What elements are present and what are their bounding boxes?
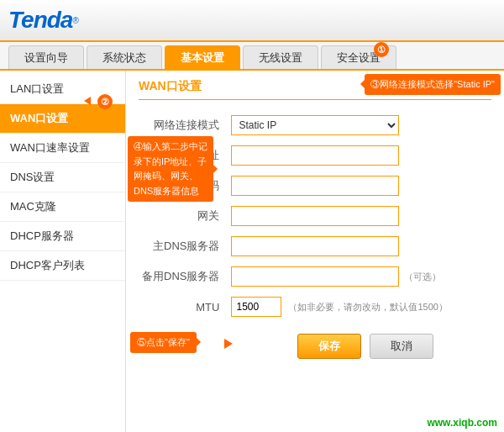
- mtu-input[interactable]: 1500: [231, 297, 281, 317]
- sidebar: LAN口设置 WAN口设置 WAN口速率设置 DNS设置 MAC克隆 DHCP服…: [0, 71, 126, 432]
- subnet-field: [223, 171, 491, 201]
- mtu-field: 1500 （如非必要，请勿改动，默认值1500）: [223, 292, 491, 322]
- mtu-hint: （如非必要，请勿改动，默认值1500）: [288, 301, 447, 313]
- annotation-5-arrow: [224, 339, 233, 349]
- primary-dns-row: 主DNS服务器: [139, 231, 491, 261]
- backup-dns-hint: （可选）: [404, 271, 441, 283]
- sidebar-item-mac[interactable]: MAC克隆: [0, 192, 125, 222]
- gateway-input[interactable]: [231, 206, 399, 226]
- tab-setup-wizard[interactable]: 设置向导: [8, 45, 84, 69]
- main-layout: LAN口设置 WAN口设置 WAN口速率设置 DNS设置 MAC克隆 DHCP服…: [0, 71, 504, 432]
- mtu-label: MTU: [139, 292, 223, 322]
- primary-dns-input[interactable]: [231, 236, 399, 256]
- annotation-2-circle: ②: [97, 94, 113, 109]
- content-area: WAN口设置 ③网络连接模式选择"Static IP" ④输入第二步中记录下的I…: [126, 71, 504, 432]
- button-row: ⑤点击"保存" 保存 取消: [139, 334, 491, 359]
- subnet-input[interactable]: [231, 176, 399, 196]
- sidebar-item-dhcp-client[interactable]: DHCP客户列表: [0, 251, 125, 281]
- primary-dns-label: 主DNS服务器: [139, 231, 223, 261]
- logo: Tenda®: [8, 5, 79, 35]
- backup-dns-field: （可选）: [223, 261, 491, 292]
- logo-tm: ®: [72, 16, 78, 25]
- watermark: www.xiqb.com: [427, 417, 497, 429]
- primary-dns-field: [223, 231, 491, 261]
- backup-dns-input[interactable]: [231, 266, 399, 287]
- annotation-3-callout: ③网络连接模式选择"Static IP": [365, 74, 501, 95]
- save-button[interactable]: 保存: [297, 334, 361, 359]
- annotation-2-arrow: [84, 97, 91, 105]
- sidebar-item-dns[interactable]: DNS设置: [0, 163, 125, 192]
- tab-system-status[interactable]: 系统状态: [87, 45, 162, 69]
- tab-basic-settings[interactable]: 基本设置: [165, 45, 240, 69]
- mtu-row: MTU 1500 （如非必要，请勿改动，默认值1500）: [139, 292, 491, 322]
- connection-mode-select[interactable]: Static IP Dynamic IP PPPoE L2TP PPTP: [231, 115, 399, 135]
- ip-field: [223, 140, 491, 171]
- backup-dns-row: 备用DNS服务器 （可选）: [139, 261, 491, 292]
- gateway-field: [223, 201, 491, 231]
- tab-wireless-settings[interactable]: 无线设置: [243, 45, 318, 69]
- cancel-button[interactable]: 取消: [370, 334, 433, 359]
- sidebar-item-wan-rate[interactable]: WAN口速率设置: [0, 134, 125, 163]
- annotation-1: ①: [374, 42, 389, 57]
- ip-input[interactable]: [231, 145, 399, 166]
- gateway-label: 网关: [139, 201, 223, 231]
- logo-text: Tenda: [8, 7, 72, 34]
- nav-tabs: 设置向导 系统状态 基本设置 无线设置 安全设置 ①: [0, 42, 504, 71]
- connection-mode-field: Static IP Dynamic IP PPPoE L2TP PPTP: [223, 110, 491, 140]
- backup-dns-label: 备用DNS服务器: [139, 261, 223, 292]
- sidebar-item-dhcp[interactable]: DHCP服务器: [0, 222, 125, 251]
- gateway-row: 网关: [139, 201, 491, 231]
- annotation-5-callout: ⑤点击"保存": [130, 332, 197, 353]
- annotation-4-callout: ④输入第二步中记录下的IP地址、子网掩码、网关、DNS服务器信息: [128, 136, 213, 202]
- app-header: Tenda®: [0, 0, 504, 42]
